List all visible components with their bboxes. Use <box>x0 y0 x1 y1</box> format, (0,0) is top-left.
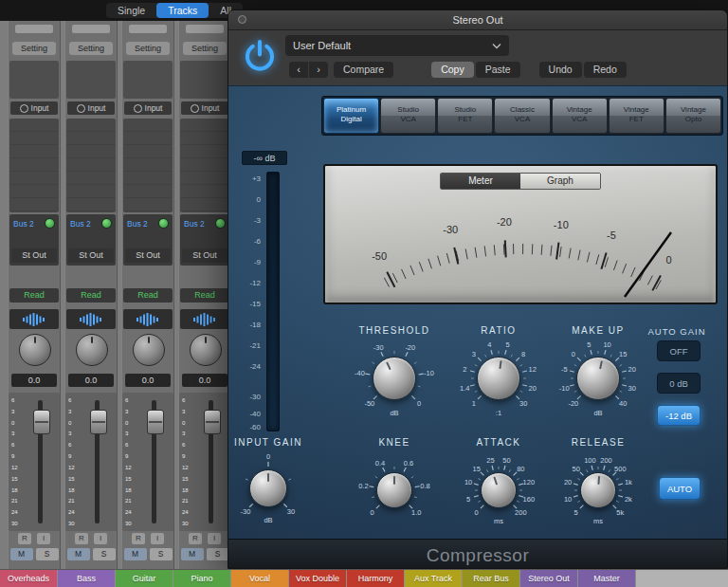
knob-face[interactable] <box>477 357 520 400</box>
input-gain-knob[interactable]: -30030dB <box>228 441 316 536</box>
preset-forward-button[interactable]: › <box>309 62 328 78</box>
knob-face[interactable] <box>580 472 616 508</box>
knob-face[interactable] <box>249 469 287 507</box>
fader-handle[interactable] <box>90 410 107 434</box>
input-slot[interactable]: Input <box>181 101 228 115</box>
power-button-icon[interactable] <box>242 38 278 74</box>
output-slot[interactable]: St Out <box>11 248 57 263</box>
group-slot[interactable] <box>180 309 229 329</box>
paste-button[interactable]: Paste <box>476 62 520 78</box>
circuit-tab-platinum-digital[interactable]: PlatinumDigital <box>323 98 379 134</box>
channel-setting-button[interactable]: Setting <box>12 42 56 55</box>
volume-readout[interactable]: 0.0 <box>125 374 171 387</box>
fader-handle[interactable] <box>147 410 164 434</box>
display-tab-meter[interactable]: Meter <box>441 174 520 189</box>
preset-dropdown[interactable]: User Default <box>285 35 509 56</box>
audio-fx-slots[interactable] <box>9 119 59 212</box>
attack-knob[interactable]: 051015255080120160200ms <box>452 444 545 537</box>
record-enable-button[interactable]: R <box>75 533 88 544</box>
send-level-knob[interactable] <box>45 218 55 229</box>
output-slot[interactable]: St Out <box>182 248 228 263</box>
track-label[interactable]: Vox Double <box>289 570 346 587</box>
view-tab-single[interactable]: Single <box>106 3 156 18</box>
input-slot[interactable]: Input <box>10 101 58 115</box>
group-slot[interactable] <box>9 309 59 329</box>
track-label[interactable]: Piano <box>173 570 230 587</box>
plugin-titlebar[interactable]: Stereo Out <box>228 10 727 30</box>
track-label[interactable]: Rear Bus <box>463 570 519 587</box>
volume-readout[interactable]: 0.0 <box>11 374 57 387</box>
view-tab-tracks[interactable]: Tracks <box>156 3 209 18</box>
auto-gain-option-off[interactable]: OFF <box>657 340 701 361</box>
knob-face[interactable] <box>373 357 416 400</box>
eq-thumbnail-slot[interactable] <box>9 61 59 99</box>
automation-mode-button[interactable]: Read <box>180 288 229 303</box>
circuit-tab-vintage-opto[interactable]: VintageOpto <box>665 98 721 134</box>
send-slot[interactable]: Bus 2 <box>66 216 116 230</box>
circuit-tab-vintage-vca[interactable]: VintageVCA <box>552 98 608 134</box>
track-label[interactable]: Guitar <box>116 570 173 587</box>
volume-readout[interactable]: 0.0 <box>182 374 228 387</box>
makeup-knob[interactable]: -20-10-5051015203040dB <box>548 328 648 429</box>
circuit-tab-studio-fet[interactable]: StudioFET <box>437 98 493 134</box>
auto-gain-option--12-db[interactable]: -12 dB <box>657 405 701 426</box>
input-monitor-button[interactable]: I <box>151 533 164 544</box>
compare-button[interactable]: Compare <box>334 62 393 78</box>
auto-gain-option-0-db[interactable]: 0 dB <box>657 373 701 394</box>
eq-thumbnail-slot[interactable] <box>123 61 173 99</box>
send-level-knob[interactable] <box>101 218 112 229</box>
pan-knob[interactable] <box>76 334 108 366</box>
automation-mode-button[interactable]: Read <box>66 288 116 303</box>
send-level-knob[interactable] <box>215 218 226 229</box>
mute-button[interactable]: M <box>181 548 204 560</box>
ratio-knob[interactable]: 11.423458122030:1 <box>448 328 549 429</box>
copy-button[interactable]: Copy <box>431 62 474 78</box>
solo-button[interactable]: S <box>150 548 173 560</box>
automation-mode-button[interactable]: Read <box>9 288 59 303</box>
knob-face[interactable] <box>481 472 517 508</box>
track-label[interactable]: Aux Track <box>405 570 462 587</box>
auto-release-button[interactable]: AUTO <box>659 477 701 500</box>
send-level-knob[interactable] <box>158 218 169 229</box>
record-enable-button[interactable]: R <box>132 533 145 544</box>
track-label[interactable]: Vocal <box>231 570 288 587</box>
channel-setting-button[interactable]: Setting <box>183 42 227 55</box>
undo-button[interactable]: Undo <box>539 62 582 78</box>
output-slot[interactable]: St Out <box>125 248 171 263</box>
input-monitor-button[interactable]: I <box>37 533 50 544</box>
solo-button[interactable]: S <box>207 548 229 560</box>
audio-fx-slots[interactable] <box>66 119 116 212</box>
knob-face[interactable] <box>576 357 620 400</box>
release-knob[interactable]: 51020501002005001k2k5kms <box>552 444 645 537</box>
input-slot[interactable]: Input <box>67 101 115 115</box>
eq-thumbnail-slot[interactable] <box>180 61 229 99</box>
track-label[interactable]: Master <box>578 570 635 587</box>
redo-button[interactable]: Redo <box>584 62 627 78</box>
mute-button[interactable]: M <box>124 548 147 560</box>
knee-knob[interactable]: 00.20.40.60.81.0 <box>348 444 441 537</box>
eq-thumbnail-slot[interactable] <box>66 61 116 99</box>
send-slot[interactable]: Bus 2 <box>9 216 59 230</box>
record-enable-button[interactable]: R <box>189 533 202 544</box>
mute-button[interactable]: M <box>67 548 90 560</box>
pan-knob[interactable] <box>190 334 222 366</box>
solo-button[interactable]: S <box>36 548 59 560</box>
preset-back-button[interactable]: ‹ <box>289 62 308 78</box>
knob-face[interactable] <box>376 472 412 508</box>
fader-handle[interactable] <box>33 410 50 434</box>
channel-setting-button[interactable]: Setting <box>126 42 170 55</box>
output-slot[interactable]: St Out <box>68 248 114 263</box>
input-monitor-button[interactable]: I <box>208 533 221 544</box>
audio-fx-slots[interactable] <box>123 119 173 212</box>
mute-button[interactable]: M <box>10 548 33 560</box>
track-label[interactable]: Stereo Out <box>520 570 577 587</box>
send-slot[interactable]: Bus 2 <box>180 216 229 230</box>
input-monitor-button[interactable]: I <box>94 533 107 544</box>
send-slot[interactable]: Bus 2 <box>123 216 173 230</box>
threshold-knob[interactable]: -50-40-30-20-100dB <box>344 328 445 429</box>
input-slot[interactable]: Input <box>124 101 172 115</box>
track-label[interactable]: Overheads <box>0 570 57 587</box>
channel-setting-button[interactable]: Setting <box>69 42 113 55</box>
fader-handle[interactable] <box>204 410 221 434</box>
track-label[interactable]: Harmony <box>347 570 404 587</box>
